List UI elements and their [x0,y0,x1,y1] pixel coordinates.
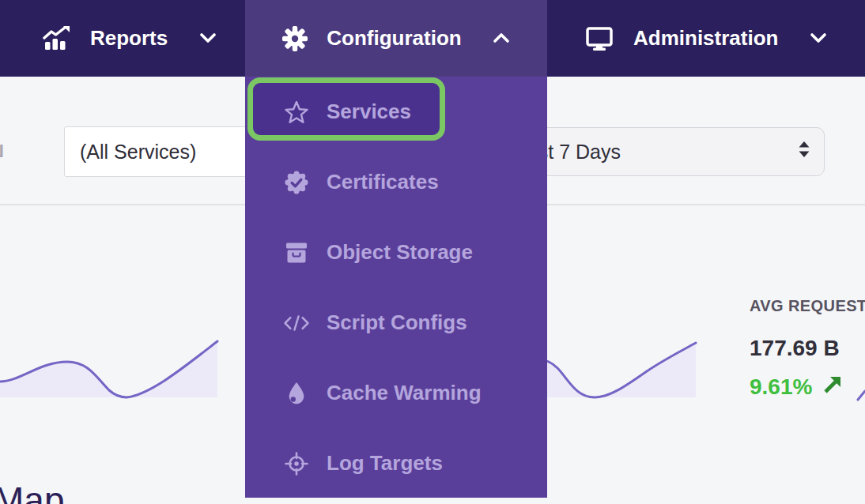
star-icon [283,100,310,125]
configuration-dropdown-menu: Services Certificates [245,77,547,498]
map-section-heading: Map [0,479,64,504]
nav-configuration-label: Configuration [327,26,461,51]
menu-item-cache-warming[interactable]: Cache Warming [245,358,547,428]
date-range-select[interactable]: Last 7 Days [506,127,825,176]
nav-administration-label: Administration [633,26,778,51]
gear-icon [282,26,308,51]
code-icon [283,311,310,335]
menu-item-services[interactable]: Services [245,77,547,147]
clipped-label-fragment: N [0,141,6,157]
monitor-icon [585,26,614,51]
trend-up-arrow-icon [822,374,843,400]
nav-item-configuration[interactable]: Configuration [245,0,547,77]
badge-check-icon [283,169,310,196]
sparkline-left-fill [0,341,217,397]
nav-item-reports[interactable]: Reports [42,0,217,77]
sparkline-left-line [0,341,217,397]
menu-item-label: Certificates [327,170,439,194]
top-navbar: Reports [0,0,865,77]
flame-icon [283,381,310,406]
stat-delta: 9.61% [750,374,865,400]
menu-item-log-targets[interactable]: Log Targets [245,428,547,498]
menu-item-label: Log Targets [327,451,443,476]
sort-arrows-icon [795,139,813,164]
menu-item-label: Cache Warming [327,381,482,405]
nav-reports-label: Reports [90,26,168,51]
chevron-down-icon [199,32,217,44]
menu-item-label: Object Storage [327,240,473,265]
bar-chart-icon [42,26,70,51]
stat-label: AVG REQUESTS [750,297,865,314]
service-select-value: (All Services) [80,141,196,164]
menu-item-label: Script Configs [327,310,467,335]
menu-item-object-storage[interactable]: Object Storage [245,217,547,288]
stat-delta-value: 9.61% [750,375,812,399]
nav-item-administration[interactable]: Administration [585,0,827,77]
chevron-up-icon [493,32,510,44]
archive-box-icon [283,240,310,265]
menu-item-script-configs[interactable]: Script Configs [245,288,547,358]
menu-item-certificates[interactable]: Certificates [245,147,547,217]
menu-item-label: Services [327,100,411,124]
stat-value: 177.69 B [750,337,865,360]
avg-requests-stat: AVG REQUESTS 177.69 B 9.61% [750,297,865,400]
target-icon [283,451,310,476]
chevron-down-icon [810,32,827,44]
